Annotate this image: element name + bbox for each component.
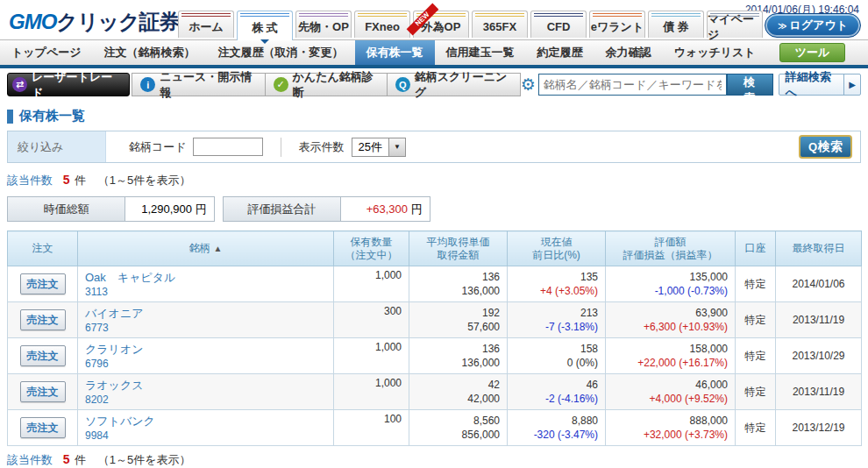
current-price-cell: 213-7 (-3.18%) xyxy=(508,302,606,338)
table-row: 売注文バイオニア677330019257,600213-7 (-3.18%)63… xyxy=(8,302,862,338)
summary-row: 時価総額 1,290,900 円 評価損益合計 +63,300 円 xyxy=(7,196,861,222)
page-title-text: 保有株一覧 xyxy=(19,108,85,124)
subnav-item-4[interactable]: 保有株一覧 xyxy=(355,40,435,65)
valuation-amount: 135,000 xyxy=(613,270,728,284)
app-tab-3[interactable]: 先物・OP xyxy=(295,11,352,38)
stock-code-link[interactable]: 3113 xyxy=(85,286,326,298)
subnav-item-1[interactable]: トップページ xyxy=(0,40,93,65)
column-header-line: 取得金額 xyxy=(409,249,507,262)
account-type-cell: 特定 xyxy=(736,374,776,410)
app-tab-5[interactable]: NEW外為OP xyxy=(413,11,469,38)
subnav-item-6[interactable]: 約定履歴 xyxy=(526,40,594,65)
stock-code-link[interactable]: 8202 xyxy=(85,394,326,406)
advanced-search-button[interactable]: 詳細検索へ ▶ xyxy=(779,74,861,96)
current-price-cell: 135+4 (+3.05%) xyxy=(508,266,606,302)
sell-order-button[interactable]: 売注文 xyxy=(20,273,66,294)
app-tab-4[interactable]: FXneo xyxy=(354,11,410,38)
toolbar-button-info[interactable]: iニュース・開示情報 xyxy=(132,73,265,96)
app-tab-1[interactable]: ホーム xyxy=(178,11,234,38)
stock-code-link[interactable]: 6773 xyxy=(85,322,326,334)
app-tab-8[interactable]: eワラント xyxy=(589,11,645,38)
app-tabs: ホーム株 式先物・OPFXneoNEW外為OP365FXCFDeワラント債 券マ… xyxy=(178,11,763,40)
account-type-cell: 特定 xyxy=(736,302,776,338)
current-price: 158 xyxy=(515,342,598,356)
last-acquired-date-cell: 2013/11/19 xyxy=(776,302,862,338)
toolbar-button-screening[interactable]: Q銘柄スクリーニング xyxy=(387,73,521,96)
account-type-cell: 特定 xyxy=(736,266,776,302)
stock-subnav: トップページ注文（銘柄検索）注文履歴（取消・変更）保有株一覧信用建玉一覧約定履歴… xyxy=(0,40,868,68)
cost-amount: 136,000 xyxy=(416,356,500,370)
last-acquired-date-cell: 2013/10/29 xyxy=(776,338,862,374)
quantity-cell: 1,000 xyxy=(334,374,409,410)
toolbar-button-diagnosis[interactable]: ✓かんたん銘柄診断 xyxy=(265,73,388,96)
column-header-3[interactable]: 保有数量（注文中） xyxy=(334,231,409,266)
column-header-7[interactable]: 口座 xyxy=(736,231,776,266)
symbol-search-button[interactable]: 検索 xyxy=(727,74,772,96)
gmo-logo[interactable]: GMOクリック証券 xyxy=(9,8,180,36)
app-tab-2[interactable]: 株 式 xyxy=(237,11,293,40)
subnav-item-5[interactable]: 信用建玉一覧 xyxy=(435,40,526,65)
total-pl-box: 評価損益合計 +63,300 円 xyxy=(223,196,430,222)
tab-label: ホーム xyxy=(189,19,224,35)
logo-gmo-text: GMO xyxy=(9,10,56,33)
current-price-cell: 1580 (0%) xyxy=(508,338,606,374)
quantity-cell: 1,000 xyxy=(334,266,409,302)
stock-name-link[interactable]: クラリオン xyxy=(85,342,326,358)
laser-trade-button[interactable]: ⇄ レーザートレード xyxy=(7,73,130,96)
filter-divider xyxy=(281,138,281,157)
column-header-line: 現在値 xyxy=(508,236,605,249)
stock-code-link[interactable]: 6796 xyxy=(85,358,326,370)
app-tab-9[interactable]: 債 券 xyxy=(648,11,704,38)
stock-name-link[interactable]: ラオックス xyxy=(85,378,326,394)
tool-button[interactable]: ツール xyxy=(779,43,846,62)
last-acquired-date-cell: 2013/11/19 xyxy=(776,374,862,410)
cost-amount: 856,000 xyxy=(416,428,500,442)
column-header-4[interactable]: 平均取得単価取得金額 xyxy=(409,231,508,266)
app-tab-6[interactable]: 365FX xyxy=(472,11,528,38)
cost-amount: 57,600 xyxy=(416,320,500,334)
quick-toolbar: ⇄ レーザートレード iニュース・開示情報✓かんたん銘柄診断Q銘柄スクリーニング… xyxy=(0,68,868,100)
app-tab-10[interactable]: マイページ xyxy=(707,11,763,38)
sell-order-button[interactable]: 売注文 xyxy=(20,345,66,366)
avg-price-cell: 19257,600 xyxy=(409,302,508,338)
stock-name-link[interactable]: バイオニア xyxy=(85,306,326,322)
stock-code-input[interactable] xyxy=(193,138,263,156)
app-tab-7[interactable]: CFD xyxy=(530,11,587,38)
valuation-cell: 158,000+22,000 (+16.17%) xyxy=(606,338,736,374)
sort-asc-icon[interactable]: ▲ xyxy=(214,244,223,253)
column-header-1[interactable]: 注文 xyxy=(8,231,78,266)
column-header-6[interactable]: 評価額評価損益（損益率） xyxy=(606,231,736,266)
valuation-pl: -1,000 (-0.73%) xyxy=(613,284,728,298)
last-acquired-date-cell: 2013/12/19 xyxy=(776,410,862,446)
quantity-cell: 300 xyxy=(334,302,409,338)
current-price: 213 xyxy=(515,306,598,320)
stock-name-link[interactable]: ソフトバンク xyxy=(85,414,326,429)
subnav-item-3[interactable]: 注文履歴（取消・変更） xyxy=(207,40,355,65)
symbol-search-input[interactable] xyxy=(538,74,728,96)
subnav-item-2[interactable]: 注文（銘柄検索） xyxy=(93,40,207,65)
sell-order-button[interactable]: 売注文 xyxy=(20,417,66,438)
column-header-2[interactable]: 銘柄▲ xyxy=(78,231,334,266)
filter-section-label: 絞り込み xyxy=(8,131,106,162)
symbol-search-area: ⚙ 検索 詳細検索へ ▶ xyxy=(521,74,861,96)
sell-order-button[interactable]: 売注文 xyxy=(20,309,66,330)
avg-price: 42 xyxy=(416,378,500,392)
logout-button[interactable]: ≫ ログアウト xyxy=(765,13,861,38)
result-count-label: 該当件数 xyxy=(7,174,53,187)
subnav-item-8[interactable]: ウォッチリスト xyxy=(663,40,767,65)
page-title: 保有株一覧 xyxy=(7,108,861,124)
stock-name-link[interactable]: Oak キャピタル xyxy=(85,270,326,286)
total-pl-label: 評価損益合計 xyxy=(224,197,341,221)
filter-search-button[interactable]: Q 検索 xyxy=(799,135,852,159)
tab-label: 365FX xyxy=(483,20,516,33)
column-header-5[interactable]: 現在値前日比(%) xyxy=(508,231,606,266)
valuation-amount: 888,000 xyxy=(613,414,728,428)
subnav-item-7[interactable]: 余力確認 xyxy=(594,40,663,65)
column-header-8[interactable]: 最終取得日 xyxy=(776,231,862,266)
stock-code-link[interactable]: 9984 xyxy=(85,429,326,442)
sell-order-button[interactable]: 売注文 xyxy=(20,381,66,402)
gear-icon[interactable]: ⚙ xyxy=(521,74,536,95)
day-change: -2 (-4.16%) xyxy=(515,392,598,406)
avg-price: 136 xyxy=(416,342,500,356)
display-count-select[interactable]: 25件 ▼ xyxy=(352,138,406,157)
